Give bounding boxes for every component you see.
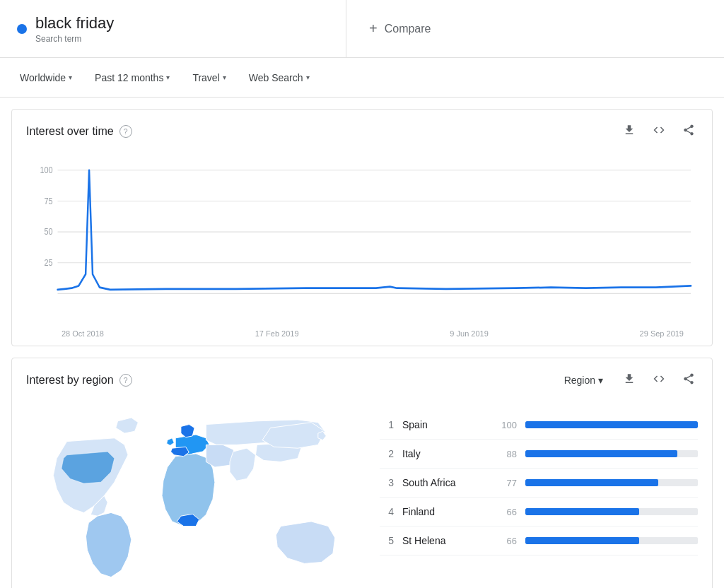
region-item: 4 Finland 66	[380, 498, 698, 527]
filter-websearch-label: Web Search	[249, 72, 303, 83]
region-bar	[525, 537, 639, 544]
svg-text:25: 25	[45, 259, 53, 268]
chart-container: 100 75 50 25 28 Oct 2018 17 Feb 2019 9 J…	[12, 148, 712, 346]
filter-worldwide[interactable]: Worldwide ▾	[11, 68, 81, 88]
download-button[interactable]	[620, 121, 638, 142]
region-name: Finland	[402, 506, 487, 517]
region-item: 1 Spain 100	[380, 411, 698, 440]
region-title: Interest by region	[26, 374, 114, 387]
filter-past12months[interactable]: Past 12 months ▾	[86, 68, 178, 88]
embed-button[interactable]	[650, 121, 668, 142]
svg-text:50: 50	[45, 228, 53, 237]
filter-websearch[interactable]: Web Search ▾	[240, 68, 318, 88]
region-embed-button[interactable]	[650, 370, 668, 391]
svg-text:100: 100	[40, 166, 52, 175]
search-term-section: black friday Search term	[0, 0, 346, 57]
chevron-down-icon: ▾	[166, 74, 170, 81]
region-rank: 2	[380, 448, 394, 459]
region-bar-bg	[525, 479, 698, 486]
section-header: Interest over time ?	[12, 110, 712, 148]
region-value: 88	[496, 449, 517, 459]
filter-worldwide-label: Worldwide	[20, 72, 66, 83]
region-rank: 3	[380, 477, 394, 488]
filter-travel-label: Travel	[192, 72, 219, 83]
region-share-button[interactable]	[679, 370, 698, 391]
chart-x-labels: 28 Oct 2018 17 Feb 2019 9 Jun 2019 29 Se…	[26, 327, 698, 338]
filter-bar: Worldwide ▾ Past 12 months ▾ Travel ▾ We…	[0, 58, 724, 98]
x-label-3: 9 Jun 2019	[450, 329, 488, 338]
svg-text:75: 75	[45, 196, 53, 206]
compare-section[interactable]: + Compare	[346, 0, 724, 57]
interest-over-time-section: Interest over time ? 100 75 50	[11, 109, 713, 346]
world-map-container	[26, 404, 366, 588]
region-name: Italy	[402, 448, 487, 459]
chevron-down-icon: ▾	[69, 74, 72, 81]
region-controls: Region ▾	[559, 370, 698, 391]
x-label-4: 29 Sep 2019	[640, 329, 684, 338]
region-name: South Africa	[402, 477, 487, 488]
region-rank: 5	[380, 535, 394, 546]
chevron-down-icon: ▾	[306, 74, 310, 81]
world-map	[26, 404, 366, 588]
region-bar	[525, 508, 639, 515]
chevron-down-icon: ▾	[223, 74, 226, 81]
region-value: 66	[496, 536, 517, 546]
filter-travel[interactable]: Travel ▾	[184, 68, 234, 88]
region-rank: 1	[380, 419, 394, 430]
compare-plus-icon: +	[369, 20, 378, 37]
region-content: 1 Spain 100 2 Italy 88 3 South Africa 77	[12, 396, 712, 588]
help-icon[interactable]: ?	[119, 125, 132, 138]
region-value: 77	[496, 478, 517, 488]
section-title-area: Interest over time ?	[26, 125, 132, 138]
x-label-2: 17 Feb 2019	[255, 329, 299, 338]
region-bar-bg	[525, 508, 698, 515]
region-item: 3 South Africa 77	[380, 469, 698, 498]
filter-past12months-label: Past 12 months	[95, 72, 163, 83]
region-bar	[525, 450, 677, 457]
search-term-title: black friday	[35, 14, 114, 33]
region-dropdown-label: Region	[564, 375, 595, 386]
region-chevron-icon: ▾	[598, 375, 603, 386]
search-term-subtitle: Search term	[35, 34, 81, 44]
region-bar-bg	[525, 450, 698, 457]
region-bar-bg	[525, 537, 698, 544]
region-item: 5 St Helena 66	[380, 527, 698, 555]
header: black friday Search term + Compare	[0, 0, 724, 58]
search-term-text: black friday Search term	[35, 14, 114, 44]
section-title: Interest over time	[26, 125, 114, 138]
search-dot	[17, 24, 27, 34]
region-dropdown[interactable]: Region ▾	[559, 372, 609, 389]
x-label-1: 28 Oct 2018	[62, 329, 104, 338]
region-help-icon[interactable]: ?	[119, 374, 132, 387]
region-bar	[525, 421, 698, 428]
region-rank: 4	[380, 506, 394, 517]
region-download-button[interactable]	[620, 370, 638, 391]
region-item: 2 Italy 88	[380, 440, 698, 469]
region-header: Interest by region ? Region ▾	[12, 358, 712, 396]
interest-chart: 100 75 50 25	[26, 155, 698, 324]
share-button[interactable]	[679, 121, 698, 142]
region-value: 66	[496, 507, 517, 517]
region-bar-bg	[525, 421, 698, 428]
region-value: 100	[496, 420, 517, 430]
compare-label: Compare	[385, 23, 431, 35]
section-actions	[620, 121, 698, 142]
interest-by-region-section: Interest by region ? Region ▾	[11, 358, 713, 588]
region-name: St Helena	[402, 535, 487, 546]
region-name: Spain	[402, 419, 487, 430]
region-bar	[525, 479, 658, 486]
region-title-area: Interest by region ?	[26, 374, 132, 387]
region-list: 1 Spain 100 2 Italy 88 3 South Africa 77	[380, 404, 698, 588]
